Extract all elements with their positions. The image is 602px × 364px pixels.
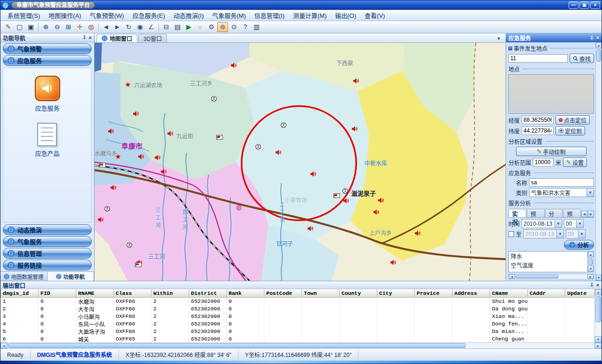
minimize-button[interactable]: — [569, 1, 578, 9]
column-header[interactable]: Rank [227, 289, 264, 297]
menu-item[interactable]: 查看(V) [360, 10, 389, 21]
scroll-up-icon[interactable]: ▲ [596, 42, 602, 48]
zoom-window-icon[interactable]: ⊞ [63, 22, 74, 32]
chevron-down-icon[interactable]: ▼ [576, 220, 583, 228]
end-date-combo[interactable]: 2010-08-13 ▼ [523, 229, 564, 238]
previous-view-icon[interactable]: ◄ [101, 22, 111, 32]
scroll-right-icon[interactable]: ► [587, 274, 594, 279]
pointer-icon[interactable]: ▶ [183, 22, 194, 32]
longitude-input[interactable] [522, 116, 554, 124]
right-panel-scrollbar[interactable]: ▲ ▼ [595, 42, 602, 281]
pin-icon[interactable] [590, 36, 594, 40]
element-list[interactable]: 降水空气温度 [508, 251, 588, 272]
zoom-in-icon[interactable]: ⊕ [40, 22, 51, 32]
menu-item[interactable]: 测量计算(M) [289, 10, 331, 21]
bulb-icon[interactable]: ☼ [195, 22, 206, 32]
next-view-icon[interactable]: ► [112, 22, 123, 32]
full-extent-icon[interactable]: ◎ [86, 22, 96, 32]
map-tab[interactable]: 地图窗口 [96, 34, 137, 42]
scroll-thumb[interactable] [515, 275, 559, 278]
column-header[interactable]: dmgis_id [1, 289, 39, 297]
scroll-up-icon[interactable]: ▲ [588, 252, 594, 258]
start-date-combo[interactable]: 2010-08-13 ▼ [522, 219, 562, 228]
deselect-icon[interactable]: ▣ [25, 22, 36, 32]
table-row[interactable]: 10水磨沟OXFF8626523020000Shui mo gou [1, 297, 595, 305]
scroll-thumb[interactable] [8, 343, 466, 348]
location-keyword-input[interactable] [508, 54, 568, 63]
service-tab[interactable]: 预报 [527, 209, 545, 217]
column-header[interactable]: Within [151, 289, 189, 297]
start-hour-combo[interactable]: 00 ▼ [564, 219, 584, 228]
column-header[interactable]: District [189, 289, 227, 297]
scroll-right-icon[interactable]: ► [594, 343, 602, 348]
column-header[interactable]: Town [302, 289, 340, 297]
launcher-item[interactable]: 应急服务 [35, 76, 60, 112]
nav-item[interactable]: 气象预警 [3, 43, 92, 54]
column-header[interactable]: PostCode [264, 289, 302, 297]
nav-item[interactable]: 动态推演 [3, 224, 92, 235]
zoom-out-icon[interactable]: ⊖ [52, 22, 63, 32]
analysis-range-input[interactable] [533, 158, 554, 166]
element-list-item[interactable]: 空气温度 [509, 261, 587, 269]
element-list-hscrollbar[interactable]: ◄ ► [508, 274, 594, 279]
element-list-item[interactable]: 降水 [509, 252, 587, 261]
output-hscrollbar[interactable]: ◄ ► [0, 342, 602, 348]
column-header[interactable]: RNAME [76, 289, 114, 297]
latitude-input[interactable] [522, 127, 554, 135]
close-icon[interactable]: × [596, 35, 599, 40]
snapshot-icon[interactable]: ▥ [251, 22, 262, 32]
column-header[interactable]: CName [490, 289, 528, 297]
service-tab[interactable]: 预案 [563, 209, 581, 217]
print-icon[interactable]: ⊟ [161, 22, 172, 32]
column-header[interactable]: Class [114, 289, 151, 297]
scroll-left-icon[interactable]: ◄ [509, 274, 515, 279]
output-vscrollbar[interactable]: ▲ ▼ [594, 289, 602, 342]
scroll-thumb[interactable] [596, 49, 601, 62]
click-locate-button[interactable]: 点击定位 [555, 115, 590, 125]
menu-item[interactable]: 地图操作(A) [44, 10, 85, 21]
nav-item[interactable]: 服务链接 [3, 260, 92, 270]
search-button[interactable]: 查找 [570, 54, 594, 63]
table-row[interactable]: 40东风一小队OXFF8626523020000Dong fen... [1, 320, 595, 328]
place-list[interactable] [508, 74, 594, 114]
map-canvas[interactable]: ★★六运湖农场三工河乡下西泉九运街阜康市水磨沟乡中新水库滋泥泉子小泉牧场上户沟乡… [95, 43, 506, 281]
service-tab[interactable]: 分析 [545, 209, 563, 217]
menu-item[interactable]: 气象服务(M) [208, 10, 250, 21]
service-name-input[interactable] [529, 178, 594, 187]
scroll-left-icon[interactable]: ◄ [0, 343, 8, 348]
end-hour-combo[interactable]: 00 ▼ [566, 229, 586, 238]
left-bottom-tab[interactable]: 功能导航 [48, 272, 95, 281]
pin-icon[interactable] [590, 283, 594, 287]
chevron-down-icon[interactable]: ▼ [554, 220, 562, 228]
to-checkbox[interactable] [508, 231, 514, 237]
nav-item[interactable]: 应急服务 [3, 55, 92, 66]
chevron-down-icon[interactable]: ▼ [556, 230, 563, 238]
chevron-down-icon[interactable]: ▼ [578, 230, 585, 238]
scroll-thumb[interactable] [595, 296, 601, 322]
column-header[interactable]: CAddr [528, 289, 565, 297]
table-row[interactable]: 50大面场子沟OXFF8626523020000Da mian... [1, 328, 595, 335]
column-header[interactable]: County [340, 289, 377, 297]
restore-button[interactable]: ▣ [579, 1, 589, 9]
chevron-down-icon[interactable]: ▼ [497, 36, 504, 42]
select-box-icon[interactable]: ▢ [14, 22, 25, 32]
range-set-button[interactable]: ✎ 设置 [563, 158, 587, 167]
close-icon[interactable]: × [89, 35, 92, 40]
column-header[interactable]: Provice [415, 289, 452, 297]
menu-item[interactable]: 输出(O) [331, 10, 361, 21]
scroll-down-icon[interactable]: ▼ [596, 275, 602, 281]
nav-item[interactable]: 气象服务 [3, 236, 92, 247]
column-header[interactable]: Update [565, 289, 595, 297]
launcher-item[interactable]: 应急产品 [35, 123, 59, 158]
eye-icon[interactable]: ⊙ [229, 22, 239, 32]
menu-item[interactable]: 信息管理(I) [250, 10, 289, 21]
settings-gear-icon[interactable]: ⚙ [206, 22, 217, 32]
left-bottom-tab[interactable]: 地图数据管理 [0, 272, 48, 281]
measure-icon[interactable]: ∠ [146, 22, 157, 32]
menu-item[interactable]: 系统管理(S) [3, 10, 44, 21]
manual-draw-button[interactable]: ✎ 手动绘制 [516, 147, 586, 156]
pan-hand-icon[interactable]: ✛ [74, 22, 85, 32]
export-map-icon[interactable]: ▤ [172, 22, 183, 32]
table-row[interactable]: 60城关OXFF8526523020000Cheng guan [1, 335, 595, 343]
column-header[interactable]: Address [452, 289, 490, 297]
